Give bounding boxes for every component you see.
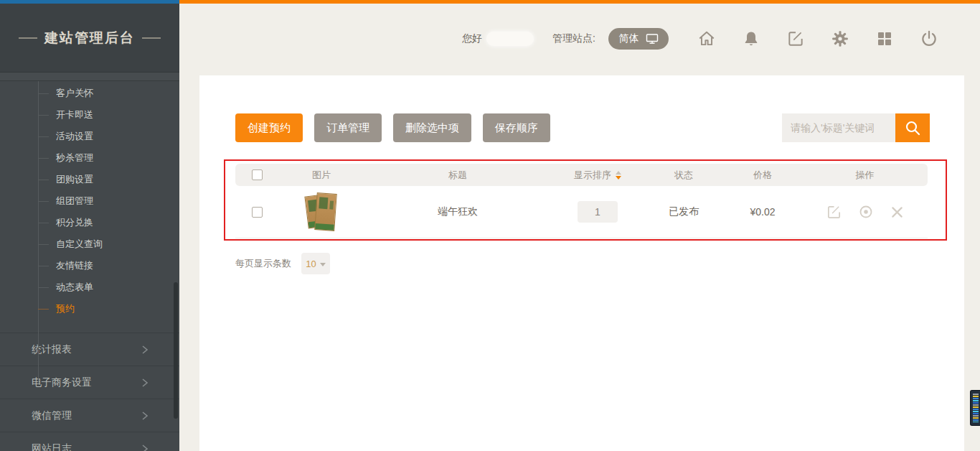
row-checkbox[interactable] — [252, 207, 263, 218]
sidebar-divider — [0, 73, 179, 81]
top-header: 您好 管理站点: 简体 — [179, 4, 980, 74]
column-header-image: 图片 — [278, 169, 364, 182]
content-panel: 创建预约 订单管理 删除选中项 保存顺序 图片 标题 显示排序 — [199, 75, 964, 451]
browser-widget[interactable] — [970, 390, 980, 426]
section-label: 微信管理 — [32, 409, 72, 422]
thumbnail-package-front — [314, 192, 337, 231]
page-size-label: 每页显示条数 — [235, 257, 291, 270]
sidebar-item-label: 组团管理 — [56, 195, 93, 208]
tree-dash — [38, 115, 49, 116]
sidebar-item-group-buy[interactable]: 团购设置 — [0, 169, 179, 190]
preview-eye-icon[interactable] — [858, 204, 874, 220]
sort-desc-icon[interactable] — [616, 176, 621, 180]
widget-stripes-icon — [973, 394, 979, 422]
sort-order-input[interactable]: 1 — [578, 201, 618, 223]
column-header-price: 价格 — [723, 169, 802, 182]
sidebar-item-flash-sale[interactable]: 秒杀管理 — [0, 147, 179, 169]
sidebar-item-label: 客户关怀 — [56, 87, 93, 100]
tree-dash — [38, 180, 49, 180]
sort-arrows-icon[interactable] — [616, 171, 621, 180]
sidebar-item-customer-care[interactable]: 客户关怀 — [0, 83, 179, 104]
sidebar-item-label: 预约 — [56, 302, 75, 315]
table-header-row: 图片 标题 显示排序 状态 价格 操作 — [235, 164, 928, 186]
greeting-text: 您好 — [462, 32, 482, 45]
column-header-actions: 操作 — [802, 169, 928, 182]
sidebar-section-statistics[interactable]: 统计报表 — [0, 333, 179, 366]
tree-dash — [38, 158, 49, 159]
sidebar-item-points-exchange[interactable]: 积分兑换 — [0, 212, 179, 233]
search-button[interactable] — [895, 113, 930, 142]
sidebar-item-label: 团购设置 — [56, 173, 93, 186]
sort-asc-icon[interactable] — [616, 171, 621, 175]
column-header-sort-label: 显示排序 — [574, 169, 611, 182]
sidebar-item-activity-settings[interactable]: 活动设置 — [0, 126, 179, 147]
sidebar-item-card-gift[interactable]: 开卡即送 — [0, 104, 179, 126]
row-title: 端午狂欢 — [364, 205, 551, 218]
logo-dash-right — [142, 37, 161, 39]
sidebar-item-label: 积分兑换 — [56, 216, 93, 229]
apps-grid-icon[interactable] — [875, 29, 894, 48]
page: 建站管理后台 客户关怀 开卡即送 活动设置 秒杀管理 团购设置 组团管理 积分兑… — [0, 0, 980, 451]
create-reservation-button[interactable]: 创建预约 — [235, 113, 303, 142]
page-size-value: 10 — [306, 259, 316, 269]
search-icon — [904, 119, 921, 136]
sidebar-section-ecommerce[interactable]: 电子商务设置 — [0, 366, 179, 399]
page-size-select[interactable]: 10 — [301, 253, 330, 274]
sidebar-section-site-log[interactable]: 网站日志 — [0, 432, 179, 451]
sidebar: 建站管理后台 客户关怀 开卡即送 活动设置 秒杀管理 团购设置 组团管理 积分兑… — [0, 4, 179, 451]
search-box — [782, 113, 930, 142]
column-header-sort: 显示排序 — [551, 169, 644, 182]
row-status: 已发布 — [644, 205, 723, 218]
edit-row-icon[interactable] — [826, 204, 842, 220]
tree-dash — [38, 309, 49, 310]
sidebar-scrollbar[interactable] — [174, 282, 178, 419]
app-title: 建站管理后台 — [44, 29, 135, 47]
chevron-right-icon — [141, 345, 149, 355]
sidebar-item-label: 活动设置 — [56, 130, 93, 143]
username-redacted — [486, 32, 534, 46]
search-input[interactable] — [782, 113, 895, 142]
sidebar-item-label: 自定义查询 — [56, 238, 103, 251]
power-icon[interactable] — [920, 29, 938, 48]
section-label: 网站日志 — [32, 442, 72, 451]
sidebar-item-label: 友情链接 — [56, 259, 93, 272]
manage-site-label: 管理站点: — [552, 32, 595, 45]
chevron-right-icon — [141, 444, 149, 451]
sidebar-item-friend-links[interactable]: 友情链接 — [0, 255, 179, 276]
sidebar-item-custom-query[interactable]: 自定义查询 — [0, 233, 179, 255]
delete-selected-button[interactable]: 删除选中项 — [393, 113, 471, 142]
monitor-icon — [646, 33, 659, 45]
order-management-button[interactable]: 订单管理 — [314, 113, 382, 142]
chevron-down-icon — [320, 263, 326, 266]
chevron-right-icon — [141, 411, 149, 421]
pagination: 每页显示条数 10 — [235, 253, 330, 274]
sidebar-item-reservation-active[interactable]: 预约 — [0, 298, 179, 320]
sidebar-item-label: 秒杀管理 — [56, 152, 93, 164]
language-badge[interactable]: 简体 — [608, 28, 669, 50]
sidebar-item-team-manage[interactable]: 组团管理 — [0, 190, 179, 212]
edit-icon[interactable] — [786, 29, 805, 48]
save-order-button[interactable]: 保存顺序 — [483, 113, 550, 142]
sidebar-submenu: 客户关怀 开卡即送 活动设置 秒杀管理 团购设置 组团管理 积分兑换 自定义查询… — [0, 81, 179, 320]
language-badge-label: 简体 — [619, 32, 639, 45]
settings-gear-icon[interactable] — [831, 29, 849, 48]
select-all-checkbox[interactable] — [252, 169, 263, 180]
header-icons — [697, 29, 938, 48]
sidebar-section-wechat[interactable]: 微信管理 — [0, 399, 179, 432]
section-label: 电子商务设置 — [32, 376, 92, 389]
sidebar-item-dynamic-form[interactable]: 动态表单 — [0, 276, 179, 298]
tree-dash — [38, 223, 49, 223]
gear-svg — [831, 29, 849, 48]
product-thumbnail[interactable] — [306, 193, 337, 231]
sidebar-item-label: 开卡即送 — [56, 108, 93, 121]
delete-x-icon[interactable] — [890, 205, 905, 220]
logo-dash-left — [19, 37, 37, 39]
chevron-right-icon — [141, 378, 149, 388]
tree-dash — [38, 287, 49, 288]
row-price: ¥0.02 — [723, 206, 802, 218]
sidebar-item-label: 动态表单 — [56, 281, 93, 294]
bell-icon[interactable] — [742, 29, 760, 48]
home-icon[interactable] — [697, 29, 716, 48]
column-header-status: 状态 — [644, 169, 723, 182]
tree-dash — [38, 201, 49, 202]
